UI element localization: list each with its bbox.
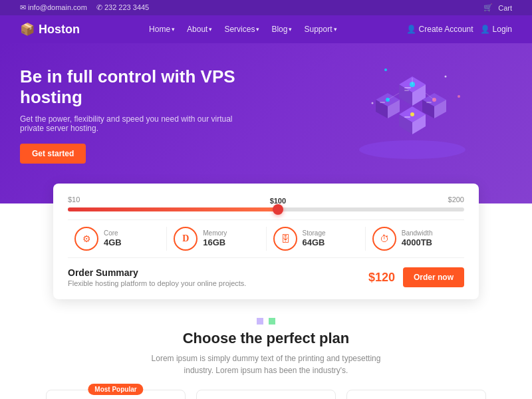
nav-about[interactable]: About [187, 25, 212, 34]
slider-thumb[interactable] [273, 204, 283, 215]
email-text: info@domain.com [28, 3, 87, 11]
logo-icon: 📦 [20, 22, 35, 37]
bandwidth-label: Bandwidth [402, 229, 433, 237]
slider-max-label: $200 [448, 196, 464, 203]
plan-card-dedicated[interactable]: Dedicated The perfect plan for a simple … [346, 390, 486, 399]
plans-section-sub: Lorem ipsum is simply dummy text of the … [140, 352, 392, 376]
plans-section: Choose the perfect plan Lorem ipsum is s… [0, 299, 532, 399]
plan-card-shared[interactable]: Most Popular Shared Hosting The perfect … [46, 390, 186, 399]
deco-square-purple [257, 318, 263, 325]
slider-row: $10 $200 $100 [68, 196, 464, 211]
hero-subtext: Get the power, flexibility and speed you… [20, 114, 253, 133]
navbar: 📦 Hoston Home About Services Blog Suppor… [0, 15, 532, 43]
hero-section: Be in full control with VPS hosting Get … [0, 43, 532, 203]
logo[interactable]: 📦 Hoston [20, 22, 80, 37]
order-right: $120 Order now [368, 267, 464, 287]
storage-label: Storage [303, 229, 326, 237]
phone-icon: ✆ [96, 3, 102, 11]
plans-cards: Most Popular Shared Hosting The perfect … [20, 390, 512, 399]
order-summary-title: Order Summary [68, 267, 246, 278]
email-icon: ✉ [20, 3, 26, 11]
svg-point-25 [372, 102, 374, 104]
pricing-widget: $10 $200 $100 ⚙ Core 4GB D Memory 16GB [53, 184, 479, 299]
core-label: Core [104, 229, 122, 237]
svg-point-0 [359, 140, 466, 159]
bandwidth-value: 4000TB [402, 237, 432, 247]
order-price: $120 [368, 271, 395, 285]
create-account-icon: 👤 [406, 25, 416, 34]
cart-icon: 🛒 [483, 3, 493, 12]
nav-home[interactable]: Home [149, 25, 175, 34]
order-info: Order Summary Flexible hosting platform … [68, 267, 246, 287]
slider-track[interactable] [68, 207, 464, 211]
login-link[interactable]: 👤 Login [480, 25, 512, 34]
core-value: 4GB [104, 237, 122, 247]
slider-labels: $10 $200 [68, 196, 464, 203]
svg-rect-16 [426, 102, 432, 103]
memory-label: Memory [203, 229, 227, 237]
svg-rect-21 [404, 116, 410, 118]
phone-text: 232 223 3445 [104, 3, 149, 11]
order-now-button[interactable]: Order now [403, 267, 464, 287]
spec-storage: 🗄 Storage 64GB [267, 227, 366, 251]
memory-icon: D [174, 227, 198, 251]
logo-text: Hoston [39, 23, 80, 37]
top-bar: ✉ info@domain.com ✆ 232 223 3445 🛒 Cart [0, 0, 532, 15]
svg-point-23 [445, 76, 447, 78]
specs-row: ⚙ Core 4GB D Memory 16GB 🗄 Storage 64GB … [68, 219, 464, 258]
svg-point-22 [384, 68, 387, 71]
svg-rect-6 [404, 90, 409, 91]
spec-memory: D Memory 16GB [167, 227, 266, 251]
slider-fill [68, 207, 278, 211]
nav-actions: 👤 Create Account 👤 Login [406, 25, 512, 34]
spec-core: ⚙ Core 4GB [68, 227, 167, 251]
hero-headline: Be in full control with VPS hosting [20, 66, 253, 108]
login-label: Login [493, 25, 512, 34]
email-info: ✉ info@domain.com [20, 3, 87, 12]
storage-icon: 🗄 [273, 227, 297, 251]
nav-blog[interactable]: Blog [271, 25, 292, 34]
svg-rect-11 [380, 102, 385, 103]
login-icon: 👤 [480, 25, 490, 34]
create-account-link[interactable]: 👤 Create Account [406, 25, 473, 34]
bandwidth-icon: ⏱ [372, 227, 396, 251]
plan-card-vps[interactable]: VPS The perfect plan for a simple websit… [196, 390, 336, 399]
storage-value: 64GB [303, 237, 325, 247]
plans-deco [20, 318, 512, 325]
nav-links: Home About Services Blog Support [149, 25, 336, 34]
slider-min-label: $10 [68, 196, 80, 203]
top-bar-right: 🛒 Cart [483, 3, 512, 12]
create-account-label: Create Account [419, 25, 473, 34]
plans-section-title: Choose the perfect plan [20, 330, 512, 347]
deco-square-green [269, 318, 275, 325]
svg-rect-5 [404, 87, 411, 88]
cart-label[interactable]: Cart [498, 4, 512, 12]
order-row: Order Summary Flexible hosting platform … [68, 267, 464, 287]
get-started-button[interactable]: Get started [20, 144, 86, 164]
top-bar-left: ✉ info@domain.com ✆ 232 223 3445 [20, 3, 149, 12]
server-svg [346, 57, 479, 163]
spec-bandwidth: ⏱ Bandwidth 4000TB [366, 227, 464, 251]
memory-value: 16GB [203, 237, 225, 247]
svg-point-24 [458, 95, 460, 98]
order-summary-sub: Flexible hosting platform to deploy your… [68, 279, 246, 287]
nav-support[interactable]: Support [304, 25, 336, 34]
hero-content: Be in full control with VPS hosting Get … [20, 66, 253, 164]
plans-title-area: Choose the perfect plan Lorem ipsum is s… [20, 318, 512, 376]
phone-info: ✆ 232 223 3445 [96, 3, 149, 12]
slider-labels-wrap: $10 $200 $100 [68, 196, 464, 203]
svg-point-20 [410, 112, 414, 116]
nav-services[interactable]: Services [224, 25, 259, 34]
most-popular-badge: Most Popular [88, 384, 143, 395]
core-icon: ⚙ [74, 227, 98, 251]
hero-illustration [346, 57, 479, 163]
